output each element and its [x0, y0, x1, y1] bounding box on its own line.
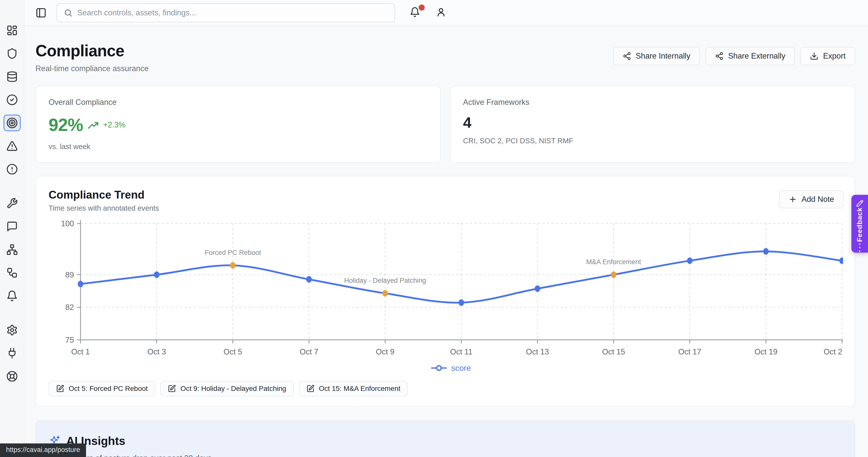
frameworks-count: 4: [463, 114, 842, 131]
feedback-more-dots[interactable]: [859, 242, 861, 252]
sidebar-item-hierarchy[interactable]: [3, 241, 21, 258]
settings-icon: [6, 324, 18, 336]
active-frameworks-card: Active Frameworks 4 CRI, SOC 2, PCI DSS,…: [450, 86, 856, 163]
square-pen-icon: [56, 385, 64, 393]
panel-left-icon: [35, 7, 46, 18]
svg-text:Oct 21: Oct 21: [824, 348, 843, 356]
database-icon: [6, 71, 18, 83]
delta-value: +2.3%: [103, 121, 126, 129]
share-internally-button[interactable]: Share Internally: [613, 47, 700, 65]
alert-triangle-icon: [6, 140, 18, 152]
sidebar-item-shield[interactable]: [3, 45, 21, 62]
svg-text:89: 89: [65, 270, 74, 279]
status-url-tooltip: https://cavai.app/posture: [0, 444, 86, 457]
svg-text:Oct 19: Oct 19: [754, 348, 777, 356]
svg-text:82: 82: [65, 303, 74, 312]
sidebar-toggle-button[interactable]: [34, 6, 48, 19]
user-menu-button[interactable]: [436, 7, 448, 19]
svg-text:Oct 3: Oct 3: [148, 348, 166, 356]
add-note-button[interactable]: Add Note: [779, 190, 844, 208]
sidebar-item-controls[interactable]: [3, 92, 21, 108]
plug-icon: [6, 348, 18, 359]
main-content: Compliance Real-time compliance assuranc…: [24, 26, 868, 457]
square-pen-icon: [168, 385, 176, 393]
search-input[interactable]: [77, 8, 388, 18]
sidebar-item-risks[interactable]: [3, 138, 21, 154]
chip-label: Oct 5: Forced PC Reboot: [69, 385, 148, 393]
ai-insights-subtitle: Top 3 drivers of posture drop over past …: [49, 454, 842, 457]
notifications-button[interactable]: [410, 7, 422, 19]
annotation-chip-oct5[interactable]: Oct 5: Forced PC Reboot: [49, 381, 155, 396]
page-header: Compliance Real-time compliance assuranc…: [35, 41, 855, 73]
overall-compliance-card: Overall Compliance 92% +2.3% vs. last we…: [35, 86, 441, 163]
stat-caption: vs. last week: [49, 142, 428, 151]
message-square-icon: [6, 221, 18, 232]
circle-check-icon: [6, 94, 18, 105]
line-chart-canvas[interactable]: 758289100Oct 1Oct 3Oct 5Oct 7Oct 9Oct 11…: [49, 214, 843, 374]
plus-icon: [788, 195, 797, 204]
trending-up-icon: [88, 120, 99, 130]
global-search: [57, 3, 395, 22]
feedback-label: Feedback: [856, 207, 864, 242]
compliance-trend-chart[interactable]: 758289100Oct 1Oct 3Oct 5Oct 7Oct 9Oct 11…: [49, 214, 842, 374]
chip-label: Oct 15: M&A Enforcement: [319, 385, 401, 393]
svg-text:Oct 15: Oct 15: [602, 348, 625, 356]
download-icon: [810, 52, 818, 60]
button-label: Share Externally: [728, 52, 785, 61]
alert-circle-icon: [6, 163, 18, 175]
workflow-icon: [6, 267, 18, 279]
svg-text:Oct 7: Oct 7: [300, 348, 318, 356]
svg-text:Oct 13: Oct 13: [526, 348, 549, 356]
sidebar-item-posture[interactable]: [3, 115, 21, 131]
svg-text:Oct 11: Oct 11: [450, 348, 472, 356]
trend-header: Compliance Trend Time series with annota…: [49, 189, 842, 213]
svg-text:Holiday - Delayed Patching: Holiday - Delayed Patching: [344, 277, 426, 284]
sidebar-item-messages[interactable]: [3, 218, 21, 235]
ai-insights-card: AI Insights Top 3 drivers of posture dro…: [35, 421, 855, 457]
feedback-tab[interactable]: Feedback: [851, 195, 868, 253]
notification-dot: [418, 4, 425, 10]
sidebar-item-findings[interactable]: [3, 161, 21, 177]
page-subtitle: Real-time compliance assurance: [35, 64, 149, 73]
stat-cards-row: Overall Compliance 92% +2.3% vs. last we…: [35, 86, 855, 163]
compliance-trend-card: Compliance Trend Time series with annota…: [35, 176, 855, 407]
button-label: Add Note: [802, 195, 834, 204]
stat-label: Active Frameworks: [463, 98, 842, 107]
user-icon: [436, 7, 448, 18]
annotation-chip-oct9[interactable]: Oct 9: Holiday - Delayed Patching: [160, 381, 293, 396]
layout-dashboard-icon: [6, 25, 18, 36]
sidebar-item-alerts[interactable]: [3, 288, 21, 304]
sidebar-item-integrations[interactable]: [3, 345, 21, 361]
export-button[interactable]: Export: [800, 47, 855, 65]
svg-text:Oct 9: Oct 9: [376, 348, 395, 356]
trend-subtitle: Time series with annotated events: [49, 204, 842, 213]
share-icon: [715, 52, 723, 60]
frameworks-list: CRI, SOC 2, PCI DSS, NIST RMF: [463, 137, 842, 145]
share-externally-button[interactable]: Share Externally: [706, 47, 795, 65]
bell-icon: [6, 290, 18, 302]
annotation-chip-oct15[interactable]: Oct 15: M&A Enforcement: [299, 381, 408, 396]
sidebar-item-workflows[interactable]: [3, 264, 21, 281]
trend-title: Compliance Trend: [49, 189, 842, 201]
page-title: Compliance: [35, 41, 149, 60]
stat-label: Overall Compliance: [49, 98, 428, 107]
page-title-block: Compliance Real-time compliance assuranc…: [35, 41, 149, 73]
topbar: [24, 0, 868, 26]
svg-text:Oct 5: Oct 5: [223, 348, 242, 356]
svg-text:75: 75: [65, 335, 74, 345]
sidebar-item-remediation[interactable]: [3, 195, 21, 211]
button-label: Share Internally: [636, 52, 690, 61]
wrench-icon: [6, 198, 18, 209]
svg-text:M&A Enforcement: M&A Enforcement: [586, 258, 641, 266]
shield-icon: [6, 48, 18, 59]
sidebar-item-help[interactable]: [3, 368, 21, 385]
sidebar-item-settings[interactable]: [3, 322, 21, 338]
sidebar-item-assets[interactable]: [3, 68, 21, 85]
svg-text:Oct 1: Oct 1: [71, 348, 90, 356]
legend-item-score[interactable]: score: [452, 363, 471, 372]
target-icon: [6, 117, 18, 129]
pencil-icon: [856, 200, 864, 207]
sidebar-item-dashboard[interactable]: [3, 22, 21, 39]
square-pen-icon: [306, 385, 314, 393]
chip-label: Oct 9: Holiday - Delayed Patching: [180, 385, 286, 393]
